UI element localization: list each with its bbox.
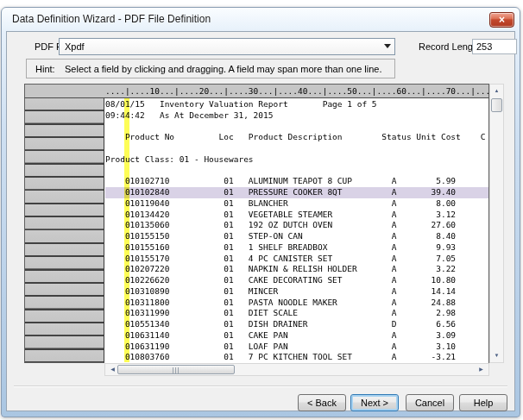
- pdf-parser-combobox[interactable]: Xpdf: [59, 38, 395, 55]
- scroll-right-icon[interactable]: ▶: [475, 363, 488, 376]
- report-line[interactable]: 010102710 01 ALUMINUM TEAPOT 8 CUP A 5.9…: [105, 176, 488, 187]
- horizontal-scrollbar-thumb[interactable]: [117, 365, 235, 374]
- report-line[interactable]: 010155170 01 4 PC CANISTER SET A 7.05: [105, 254, 488, 265]
- hint-label: Hint:: [35, 64, 55, 74]
- dialog-client-area: PDF Parser Xpdf Record Length Hint: Sele…: [6, 31, 515, 411]
- report-line[interactable]: 010135060 01 192 OZ DUTCH OVEN A 27.60: [105, 220, 488, 231]
- report-line[interactable]: 010803760 01 7 PC KITCHEN TOOL SET A -3.…: [105, 352, 488, 363]
- report-line[interactable]: 08/01/15 Inventory Valuation Report Page…: [105, 99, 488, 110]
- data-definition-wizard-dialog: Data Definition Wizard - PDF File Defini…: [1, 7, 520, 417]
- report-line[interactable]: [105, 143, 488, 154]
- next-button[interactable]: Next >: [350, 394, 399, 411]
- button-separator: [14, 386, 507, 387]
- back-button[interactable]: < Back: [298, 394, 346, 411]
- vertical-scrollbar[interactable]: ▲ ▼: [489, 84, 504, 363]
- chevron-down-icon[interactable]: [384, 44, 391, 48]
- row-gutter[interactable]: [24, 98, 104, 363]
- report-line[interactable]: [105, 166, 488, 177]
- help-button[interactable]: Help: [459, 394, 507, 411]
- report-line[interactable]: 010631190 01 LOAF PAN A 3.10: [105, 342, 488, 353]
- report-line[interactable]: 010551340 01 DISH DRAINER D 6.56: [105, 319, 488, 330]
- vertical-scrollbar-thumb[interactable]: [491, 98, 502, 112]
- report-line[interactable]: 010311990 01 DIET SCALE A 2.98: [105, 308, 488, 319]
- record-length-input[interactable]: [472, 39, 517, 54]
- title-bar[interactable]: Data Definition Wizard - PDF File Defini…: [2, 8, 520, 31]
- report-line[interactable]: 010310890 01 MINCER A 14.14: [105, 286, 488, 298]
- report-line[interactable]: 010631140 01 CAKE PAN A 3.09: [105, 330, 488, 342]
- window-title: Data Definition Wizard - PDF File Defini…: [12, 13, 211, 25]
- report-line[interactable]: 010226620 01 CAKE DECORATING SET A 10.80: [105, 275, 488, 286]
- report-line[interactable]: 010311800 01 PASTA NOODLE MAKER A 24.88: [105, 298, 488, 309]
- scroll-down-icon[interactable]: ▼: [490, 349, 503, 362]
- screenshot-canvas: Data Definition Wizard - PDF File Defini…: [0, 0, 523, 420]
- report-line[interactable]: Product Class: 01 - Housewares: [105, 154, 488, 166]
- column-ruler-text: ....|....10...|....20...|....30...|....4…: [105, 86, 489, 96]
- report-line[interactable]: [105, 122, 488, 133]
- report-line[interactable]: 010207220 01 NAPKIN & RELISH HOLDER A 3.…: [105, 264, 488, 275]
- pdf-preview-panel: ....|....10...|....20...|....30...|....4…: [24, 84, 504, 376]
- hint-box: Hint: Select a field by clicking and dra…: [26, 59, 395, 78]
- report-text-area[interactable]: 08/01/15 Inventory Valuation Report Page…: [104, 98, 489, 363]
- pdf-parser-value: Xpdf: [65, 41, 85, 52]
- scroll-up-icon[interactable]: ▲: [490, 85, 503, 97]
- horizontal-scrollbar[interactable]: ◀ ▶: [104, 363, 489, 376]
- report-line[interactable]: 010102840 01 PRESSURE COOKER 8QT A 39.40: [105, 187, 488, 198]
- report-line[interactable]: 09:44:42 As At December 31, 2015: [105, 110, 488, 122]
- report-line[interactable]: 010119040 01 BLANCHER A 8.00: [105, 198, 488, 210]
- report-line[interactable]: 010155160 01 1 SHELF BREADBOX A 9.93: [105, 242, 488, 254]
- report-line[interactable]: 010134420 01 VEGETABLE STEAMER A 3.12: [105, 210, 488, 221]
- report-line[interactable]: 010155150 01 STEP-ON CAN A 8.40: [105, 231, 488, 242]
- hint-text: Select a field by clicking and dragging.…: [65, 64, 382, 74]
- report-line[interactable]: Product No Loc Product Description Statu…: [105, 132, 488, 143]
- report-lines: 08/01/15 Inventory Valuation Report Page…: [105, 99, 488, 363]
- scrollbar-grip-icon: [173, 367, 180, 373]
- close-icon[interactable]: ×: [489, 12, 514, 28]
- cancel-button[interactable]: Cancel: [406, 394, 454, 411]
- column-ruler: ....|....10...|....20...|....30...|....4…: [24, 84, 489, 98]
